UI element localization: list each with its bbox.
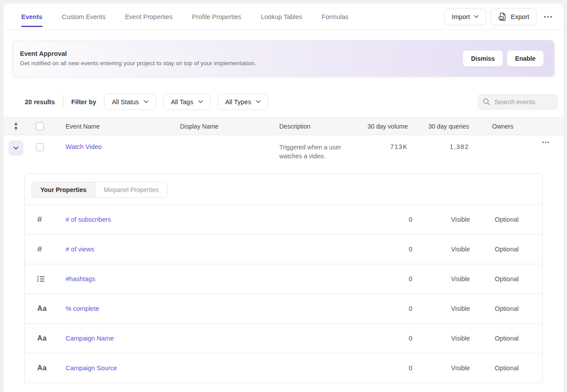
property-visibility: Visible	[412, 365, 470, 372]
list-type-icon	[37, 276, 45, 282]
chevron-down-icon	[198, 100, 203, 103]
number-type-icon: #	[37, 215, 42, 224]
property-volume: 0	[359, 216, 412, 223]
divider	[63, 96, 63, 108]
property-volume: 0	[359, 335, 412, 342]
collapse-all-icon	[13, 122, 19, 130]
property-volume: 0	[359, 246, 412, 253]
status-filter-label: All Status	[112, 98, 139, 106]
tab-event-properties[interactable]: Event Properties	[125, 13, 172, 20]
event-name-link[interactable]: Watch Video	[66, 143, 102, 150]
property-requirement: Optional	[470, 335, 519, 342]
property-row: #hashtags 0 Visible Optional	[25, 264, 542, 294]
svg-text:csv: csv	[499, 16, 503, 19]
column-header-30-day-queries[interactable]: 30 day queries	[408, 123, 469, 130]
property-requirement: Optional	[470, 305, 519, 312]
column-header-description[interactable]: Description	[279, 123, 364, 130]
text-type-icon: Aa	[37, 305, 47, 313]
property-requirement: Optional	[470, 246, 519, 253]
collapse-all-button[interactable]	[4, 122, 28, 130]
chevron-down-icon	[474, 15, 479, 18]
tab-profile-properties[interactable]: Profile Properties	[192, 13, 241, 20]
number-type-icon: #	[37, 244, 42, 254]
search-events-input[interactable]	[494, 98, 552, 106]
chevron-down-icon	[13, 146, 19, 150]
property-row: Aa Campaign Source 0 Visible Optional	[25, 353, 542, 383]
tags-filter-label: All Tags	[171, 98, 193, 106]
row-more-options-button[interactable]	[540, 140, 552, 145]
property-requirement: Optional	[470, 275, 519, 282]
main-content: Events Custom Events Event Properties Pr…	[4, 4, 563, 392]
search-events-box[interactable]	[477, 94, 558, 110]
column-header-owners[interactable]: Owners	[469, 123, 531, 130]
results-count: 20 results	[25, 98, 55, 106]
tags-filter-dropdown[interactable]: All Tags	[163, 94, 211, 110]
property-name-link[interactable]: % complete	[66, 305, 359, 312]
column-header-event-name[interactable]: Event Name	[66, 123, 180, 130]
property-row: Aa % complete 0 Visible Optional	[25, 294, 542, 324]
event-30-day-queries: 1,382	[450, 143, 469, 150]
property-visibility: Visible	[412, 275, 470, 282]
banner-text: Event Approval Get notified on all new e…	[20, 50, 256, 67]
property-name-link[interactable]: # of subscribers	[66, 216, 359, 223]
ellipsis-icon	[542, 141, 549, 143]
column-header-30-day-volume[interactable]: 30 day volume	[364, 123, 408, 130]
property-visibility: Visible	[412, 246, 470, 253]
filter-by-label: Filter by	[71, 98, 96, 106]
import-button[interactable]: Import	[444, 8, 486, 25]
export-button-label: Export	[511, 13, 529, 20]
enable-button[interactable]: Enable	[507, 51, 544, 67]
tab-events[interactable]: Events	[21, 13, 43, 20]
column-header-display-name[interactable]: Display Name	[180, 123, 279, 130]
collapse-row-button[interactable]	[8, 141, 23, 156]
event-30-day-volume: 713K	[390, 143, 408, 150]
property-row: # # of subscribers 0 Visible Optional	[25, 205, 542, 235]
property-volume: 0	[359, 365, 412, 372]
event-description: Triggered when a user watches a video.	[279, 143, 350, 161]
import-button-label: Import	[452, 13, 470, 20]
property-row: # # of views 0 Visible Optional	[25, 235, 542, 264]
tab-formulas[interactable]: Formulas	[322, 13, 348, 20]
properties-tab-bar: Your Properties Mixpanel Properties	[25, 174, 542, 205]
tab-lookup-tables[interactable]: Lookup Tables	[261, 13, 302, 20]
property-visibility: Visible	[412, 305, 470, 312]
types-filter-label: All Types	[225, 98, 251, 106]
property-requirement: Optional	[470, 216, 519, 223]
banner-description: Get notified on all new events entering …	[20, 60, 256, 67]
property-requirement: Optional	[470, 365, 519, 372]
property-visibility: Visible	[412, 216, 470, 223]
property-visibility: Visible	[412, 335, 470, 342]
dismiss-button[interactable]: Dismiss	[463, 51, 503, 67]
property-name-link[interactable]: Campaign Name	[66, 335, 359, 342]
property-volume: 0	[359, 305, 412, 312]
property-name-link[interactable]: # of views	[66, 246, 359, 253]
nav-actions: Import csv Export	[444, 8, 555, 25]
property-name-link[interactable]: #hashtags	[66, 275, 359, 282]
row-checkbox[interactable]	[36, 143, 44, 151]
types-filter-dropdown[interactable]: All Types	[218, 94, 269, 110]
chevron-down-icon	[144, 100, 149, 103]
property-volume: 0	[359, 275, 412, 282]
banner-actions: Dismiss Enable	[463, 51, 544, 67]
property-row: Aa Campaign Name 0 Visible Optional	[25, 324, 542, 353]
banner-title: Event Approval	[20, 50, 256, 57]
csv-file-icon: csv	[498, 12, 507, 21]
tab-custom-events[interactable]: Custom Events	[62, 13, 106, 20]
top-navigation: Events Custom Events Event Properties Pr…	[4, 4, 563, 30]
events-table-header: Event Name Display Name Description 30 d…	[4, 117, 563, 135]
text-type-icon: Aa	[37, 364, 47, 372]
event-properties-panel: Your Properties Mixpanel Properties # # …	[24, 173, 543, 383]
more-options-button[interactable]	[541, 14, 555, 20]
nav-tabs: Events Custom Events Event Properties Pr…	[21, 13, 348, 20]
event-table-row: Watch Video Triggered when a user watche…	[4, 135, 563, 173]
text-type-icon: Aa	[37, 334, 47, 342]
export-button[interactable]: csv Export	[491, 8, 537, 25]
event-approval-banner: Event Approval Get notified on all new e…	[12, 40, 555, 77]
tab-your-properties[interactable]: Your Properties	[32, 182, 95, 197]
chevron-down-icon	[256, 100, 261, 103]
tab-mixpanel-properties[interactable]: Mixpanel Properties	[95, 182, 167, 197]
status-filter-dropdown[interactable]: All Status	[104, 94, 156, 110]
property-name-link[interactable]: Campaign Source	[66, 365, 359, 372]
properties-segmented-control: Your Properties Mixpanel Properties	[31, 182, 168, 198]
select-all-checkbox[interactable]	[36, 122, 44, 130]
